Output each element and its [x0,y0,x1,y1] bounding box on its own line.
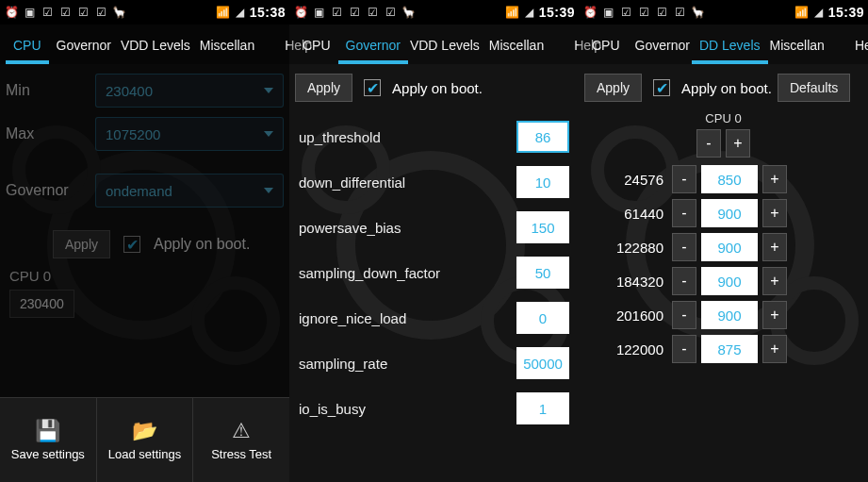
apply-button[interactable]: Apply [295,74,352,102]
vdd-plus-button[interactable]: + [762,165,787,193]
check-icon: ☑ [57,5,73,20]
vdd-value[interactable]: 900 [701,267,758,295]
llama-icon: 🦙 [111,5,126,20]
alarm-icon: ⏰ [293,5,308,20]
tab-bar: CPU Governor DD Levels Miscellan Help [579,25,868,64]
tab-help[interactable]: Help [847,38,868,64]
check-icon: ☑ [329,5,344,20]
wifi-icon: 📶 [505,5,520,20]
apply-button[interactable]: Apply [584,74,642,102]
menu-load-settings[interactable]: 📂 Load settings [97,398,194,482]
vdd-freq-label: 122000 [582,341,667,357]
min-label: Min [6,82,95,99]
warning-icon: ⚠ [232,419,251,443]
status-time: 15:39 [828,5,864,20]
vdd-minus-button[interactable]: - [672,199,696,227]
global-minus-button[interactable]: - [696,129,721,158]
gov-param-input[interactable] [516,166,569,198]
vdd-plus-button[interactable]: + [762,199,787,227]
apply-on-boot-checkbox[interactable]: ✔ [123,236,140,253]
apply-on-boot-checkbox[interactable]: ✔ [653,79,670,96]
gov-param-input[interactable] [516,121,569,153]
tab-misc[interactable]: Miscellan [482,38,551,64]
vdd-value[interactable]: 900 [701,233,758,261]
check-icon: ☑ [654,5,669,20]
tab-cpu[interactable]: CPU [584,38,628,64]
max-label: Max [6,125,95,142]
alarm-icon: ⏰ [4,5,19,20]
vdd-plus-button[interactable]: + [762,233,787,261]
vdd-value[interactable]: 875 [701,335,758,363]
vdd-minus-button[interactable]: - [672,233,696,261]
apply-on-boot-checkbox[interactable]: ✔ [364,79,381,96]
menu-stress-test[interactable]: ⚠ Stress Test [193,398,289,482]
vdd-freq-label: 184320 [582,274,667,290]
signal-icon: ◢ [233,5,248,20]
llama-icon: 🦙 [401,5,416,20]
apply-on-boot-label: Apply on boot. [154,236,250,253]
tab-cpu[interactable]: CPU [6,38,49,64]
check-icon: ☑ [672,5,687,20]
tab-vdd[interactable]: VDD Levels [113,38,198,64]
status-time: 15:39 [539,5,575,20]
check-icon: ☑ [347,5,362,20]
governor-params: up_thresholddown_differentialpowersave_b… [289,111,579,482]
check-icon: ☑ [93,5,108,20]
vdd-minus-button[interactable]: - [672,301,696,329]
governor-spinner[interactable]: ondemand [95,174,284,208]
vdd-plus-button[interactable]: + [762,267,787,295]
vdd-minus-button[interactable]: - [672,335,696,363]
tab-governor[interactable]: Governor [338,38,408,64]
tab-governor[interactable]: Governor [49,38,119,64]
cpu0-freq: 230400 [9,290,74,318]
vdd-plus-button[interactable]: + [762,301,787,329]
wifi-icon: 📶 [794,5,810,20]
check-icon: ☑ [75,5,90,20]
gov-param-label: up_threshold [299,129,381,145]
vdd-content: CPU 0 - + 24576-850+61440-900+122880-900… [579,111,868,482]
tab-governor[interactable]: Governor [628,38,697,64]
gov-param-input[interactable] [516,257,569,289]
vdd-minus-button[interactable]: - [672,267,696,295]
vdd-value[interactable]: 850 [701,165,758,193]
gov-param-input[interactable] [516,302,569,334]
vdd-freq-label: 122880 [582,240,667,256]
screen-vdd: ⏰ ▣ ☑ ☑ ☑ ☑ 🦙 📶 ◢ 15:39 CPU Governor DD … [579,0,868,482]
gov-param-label: down_differential [299,175,405,191]
screen-governor: ⏰ ▣ ☑ ☑ ☑ ☑ 🦙 📶 ◢ 15:39 CPU Governor VDD… [289,0,579,482]
gov-param-input[interactable] [516,211,569,243]
status-time: 15:38 [250,5,286,20]
menu-save-settings[interactable]: 💾 Save settings [0,398,97,482]
apply-on-boot-label: Apply on boot. [392,80,483,96]
tab-misc[interactable]: Miscellan [762,38,832,64]
gov-param-label: powersave_bias [299,220,401,236]
gov-param-input[interactable] [516,392,569,424]
gov-param-label: io_is_busy [299,401,366,417]
tab-vdd[interactable]: VDD Levels [402,38,487,64]
vdd-value[interactable]: 900 [701,199,758,227]
tab-cpu[interactable]: CPU [295,38,338,64]
max-spinner[interactable]: 1075200 [95,117,284,151]
apply-button[interactable]: Apply [53,230,110,258]
gov-param-input[interactable] [516,347,569,379]
vdd-minus-button[interactable]: - [672,165,696,193]
vdd-freq-label: 201600 [582,307,667,324]
vdd-cpu-header: CPU 0 [582,111,864,125]
governor-label: Governor [6,182,95,199]
app-icon: ▣ [22,5,37,20]
check-icon: ☑ [383,5,398,20]
global-plus-button[interactable]: + [726,129,750,158]
min-spinner[interactable]: 230400 [95,74,284,108]
defaults-button[interactable]: Defaults [778,74,850,102]
vdd-value[interactable]: 900 [701,301,758,329]
check-icon: ☑ [40,5,55,20]
screen-cpu: ⏰ ▣ ☑ ☑ ☑ ☑ 🦙 📶 ◢ 15:38 CPU Governor VDD… [0,0,289,482]
status-bar: ⏰ ▣ ☑ ☑ ☑ ☑ 🦙 📶 ◢ 15:39 [289,0,579,25]
status-bar: ⏰ ▣ ☑ ☑ ☑ ☑ 🦙 📶 ◢ 15:39 [579,0,868,25]
check-icon: ☑ [618,5,633,20]
vdd-plus-button[interactable]: + [762,335,787,363]
save-icon: 💾 [35,419,60,443]
tab-vdd[interactable]: DD Levels [692,38,768,64]
tab-misc[interactable]: Miscellan [192,38,262,64]
apply-on-boot-label: Apply on boot. [681,80,772,96]
